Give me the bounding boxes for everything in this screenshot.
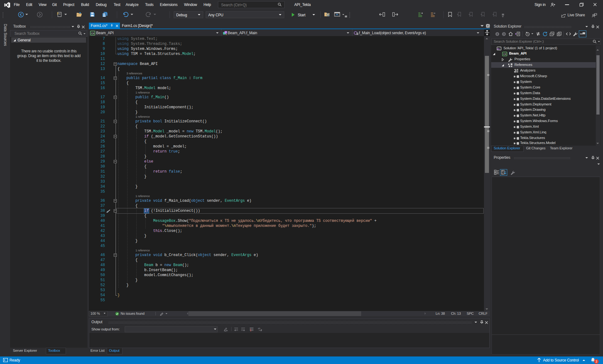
svg-text:3: 3 [595,360,597,363]
svg-text:+: + [495,170,496,172]
svg-text:ab: ab [258,327,260,329]
svg-text:C#: C# [503,53,507,56]
svg-text:C#: C# [91,32,95,35]
svg-text:+: + [495,173,496,174]
svg-text:Z: Z [502,172,503,174]
